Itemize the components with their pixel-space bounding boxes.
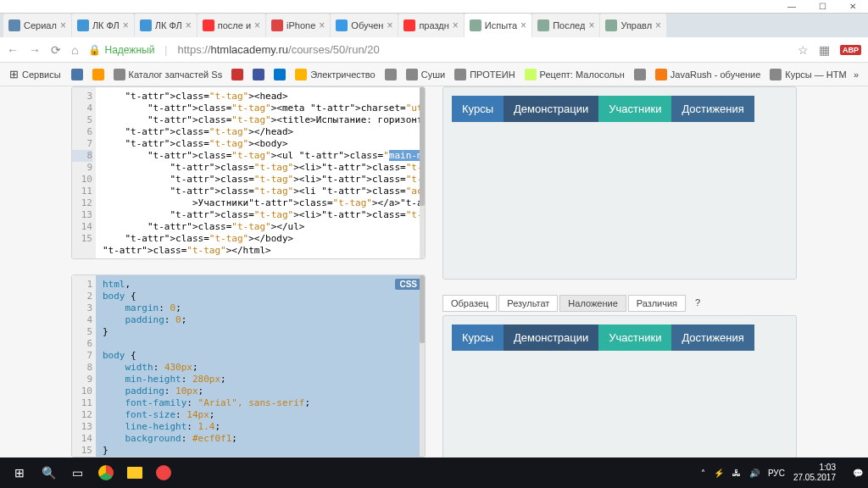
- menu-item[interactable]: Участники: [598, 324, 671, 351]
- tab-close[interactable]: ×: [520, 19, 526, 31]
- tray-chevron-icon[interactable]: ˄: [701, 469, 705, 478]
- menu-item[interactable]: Демонстрации: [504, 96, 598, 122]
- tray-network-icon[interactable]: 🖧: [732, 469, 741, 478]
- bookmark-item[interactable]: ПРОТЕИН: [452, 67, 517, 82]
- browser-tab[interactable]: iPhone×: [266, 14, 330, 37]
- scrollbar[interactable]: [420, 87, 425, 258]
- lock-icon: 🔒: [88, 44, 101, 56]
- extension-icon[interactable]: ▦: [819, 43, 830, 57]
- tab-close[interactable]: ×: [453, 19, 459, 31]
- browser-tab[interactable]: Сериал×: [3, 14, 71, 37]
- menu-item[interactable]: Участники: [598, 96, 671, 122]
- result-tab[interactable]: Различия: [628, 295, 686, 312]
- result-tab[interactable]: Результат: [498, 295, 558, 312]
- tab-label: ЛК ФЛ: [155, 20, 182, 30]
- bookmark-favicon: [454, 69, 466, 80]
- bookmark-item[interactable]: [271, 67, 288, 82]
- opera-icon[interactable]: [149, 458, 178, 488]
- tray-power-icon[interactable]: ⚡: [714, 469, 724, 478]
- tab-close[interactable]: ×: [387, 19, 392, 31]
- html-code[interactable]: "t-attr">class="t-tag"><head> "t-attr">c…: [96, 87, 425, 259]
- bookmark-label: Электричество: [310, 69, 376, 80]
- bookmark-item[interactable]: Курсы — HTML Acad: [767, 67, 846, 82]
- tab-label: Испыта: [485, 20, 517, 30]
- tab-close[interactable]: ×: [254, 19, 260, 31]
- bookmark-favicon: [231, 69, 243, 80]
- home-button[interactable]: ⌂: [71, 43, 78, 57]
- bookmark-item[interactable]: JavaRush - обучение: [653, 67, 764, 82]
- search-button[interactable]: 🔍: [34, 458, 63, 488]
- result-tab[interactable]: Наложение: [559, 295, 626, 312]
- browser-tab[interactable]: ЛК ФЛ×: [72, 14, 134, 37]
- clock[interactable]: 1:03 27.05.2017: [793, 463, 844, 483]
- back-button[interactable]: ←: [7, 43, 19, 57]
- tab-close[interactable]: ×: [588, 19, 594, 31]
- result-tab[interactable]: Образец: [442, 295, 497, 312]
- scrollbar[interactable]: [420, 275, 425, 457]
- reload-button[interactable]: ⟳: [51, 43, 61, 57]
- tab-close[interactable]: ×: [319, 19, 325, 31]
- tab-close[interactable]: ×: [655, 19, 661, 31]
- browser-tabs: Сериал×ЛК ФЛ×ЛК ФЛ×после и×iPhone×Обучен…: [0, 14, 868, 37]
- notifications-icon[interactable]: 💬: [853, 469, 863, 478]
- menu-item[interactable]: Достижения: [671, 324, 754, 351]
- menu-item[interactable]: Курсы: [452, 96, 504, 122]
- bookmark-item[interactable]: [382, 67, 399, 82]
- url-path: /courses/50/run/20: [288, 43, 380, 56]
- explorer-icon[interactable]: [120, 458, 149, 488]
- security-indicator[interactable]: 🔒 Надежный: [88, 44, 154, 56]
- page-content: 3456789101112131415 "t-attr">class="t-ta…: [0, 86, 868, 458]
- preview-top: КурсыДемонстрацииУчастникиДостижения: [442, 86, 797, 280]
- tab-close[interactable]: ×: [186, 19, 192, 31]
- css-code[interactable]: html, body { margin: 0; padding: 0; } bo…: [96, 275, 425, 457]
- browser-tab[interactable]: праздн×: [398, 14, 463, 37]
- html-editor[interactable]: 3456789101112131415 "t-attr">class="t-ta…: [71, 86, 426, 259]
- forward-button[interactable]: →: [29, 43, 41, 57]
- bookmarks-more[interactable]: »: [851, 68, 861, 81]
- bookmark-item[interactable]: [229, 67, 246, 82]
- close-button[interactable]: ✕: [837, 0, 868, 14]
- bookmark-item[interactable]: [632, 67, 648, 82]
- tray-lang[interactable]: РУС: [768, 469, 785, 478]
- minimize-button[interactable]: —: [776, 0, 807, 14]
- tab-favicon: [8, 19, 20, 31]
- url-input[interactable]: https://htmlacademy.ru/courses/50/run/20: [177, 43, 787, 56]
- tab-close[interactable]: ×: [60, 19, 66, 31]
- menu-item[interactable]: Достижения: [671, 96, 754, 122]
- preview-menu: КурсыДемонстрацииУчастникиДостижения: [452, 96, 787, 122]
- abp-icon[interactable]: ABP: [840, 45, 861, 55]
- bookmark-item[interactable]: Суши: [403, 67, 448, 82]
- tab-close[interactable]: ×: [123, 19, 129, 31]
- browser-tab[interactable]: после и×: [198, 14, 265, 37]
- bookmark-item[interactable]: Рецепт: Малосольн: [522, 67, 627, 82]
- security-label: Надежный: [104, 44, 154, 56]
- apps-button[interactable]: ⊞ Сервисы: [7, 66, 64, 82]
- css-editor[interactable]: 12345678910111213141516171819 html, body…: [71, 274, 426, 458]
- tab-label: после и: [218, 20, 251, 30]
- menu-item[interactable]: Курсы: [452, 324, 504, 351]
- result-tab[interactable]: ?: [687, 295, 708, 312]
- bookmark-favicon: [295, 69, 307, 80]
- browser-tab[interactable]: ЛК ФЛ×: [135, 14, 197, 37]
- taskview-button[interactable]: ▭: [63, 458, 92, 488]
- browser-tab[interactable]: Обучен×: [331, 14, 398, 37]
- tab-label: iPhone: [287, 20, 315, 30]
- bookmark-item[interactable]: [90, 67, 107, 82]
- browser-tab[interactable]: Послед×: [532, 14, 599, 37]
- apps-label: Сервисы: [22, 69, 61, 80]
- chrome-icon[interactable]: [92, 458, 120, 488]
- bookmark-item[interactable]: [69, 67, 86, 82]
- bookmark-label: Суши: [421, 69, 445, 80]
- maximize-button[interactable]: ☐: [807, 0, 837, 14]
- url-host: htmlacademy.ru: [211, 43, 289, 56]
- browser-tab[interactable]: Управл×: [600, 14, 666, 37]
- bookmark-item[interactable]: Каталог запчастей Ss: [111, 67, 225, 82]
- browser-tab[interactable]: Испыта×: [465, 14, 531, 37]
- bookmark-favicon: [114, 69, 125, 80]
- menu-item[interactable]: Демонстрации: [504, 324, 598, 351]
- start-button[interactable]: ⊞: [5, 458, 34, 488]
- bookmark-item[interactable]: [250, 67, 267, 82]
- bookmark-item[interactable]: Электричество: [292, 67, 378, 82]
- star-button[interactable]: ☆: [798, 43, 809, 57]
- tray-volume-icon[interactable]: 🔊: [749, 469, 760, 478]
